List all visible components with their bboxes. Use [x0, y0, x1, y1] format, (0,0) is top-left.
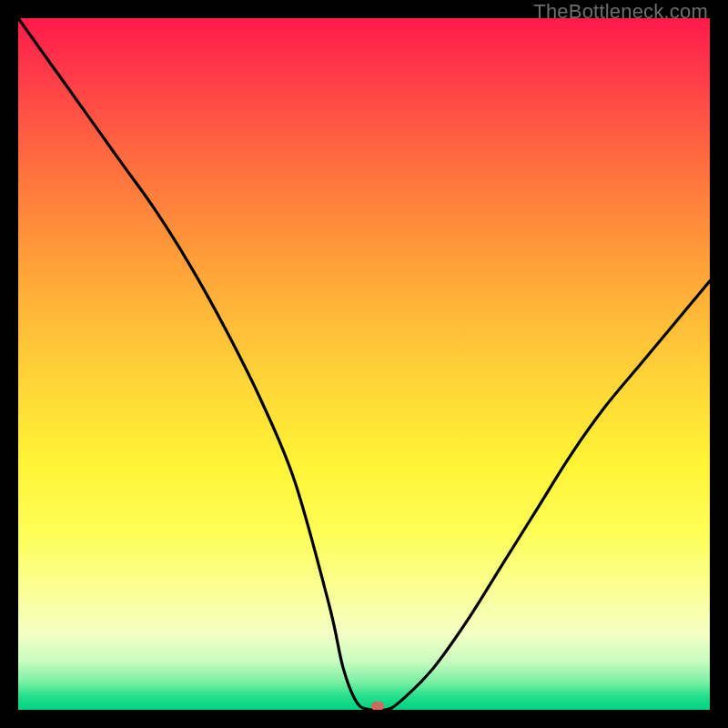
chart-frame: TheBottleneck.com — [0, 0, 728, 728]
attribution-label: TheBottleneck.com — [533, 0, 708, 24]
optimal-point-marker — [371, 702, 384, 710]
bottleneck-curve — [18, 18, 710, 710]
plot-area — [18, 18, 710, 710]
